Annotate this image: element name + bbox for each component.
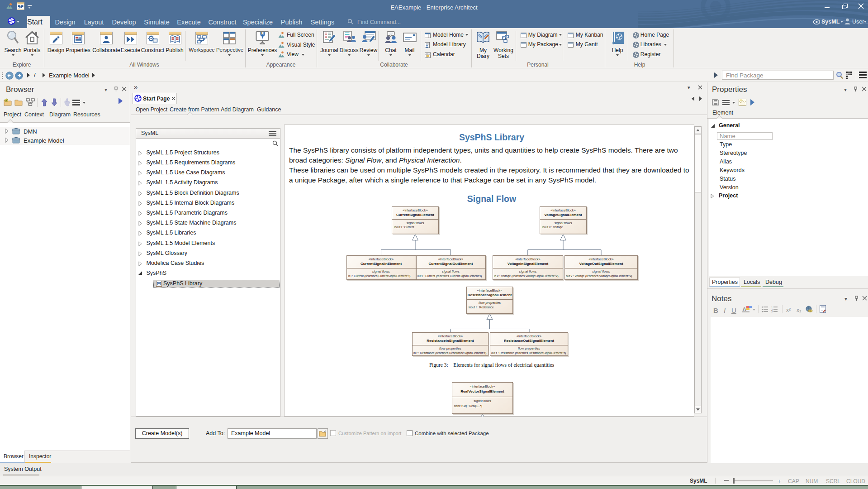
- svg-text:3: 3: [771, 310, 773, 312]
